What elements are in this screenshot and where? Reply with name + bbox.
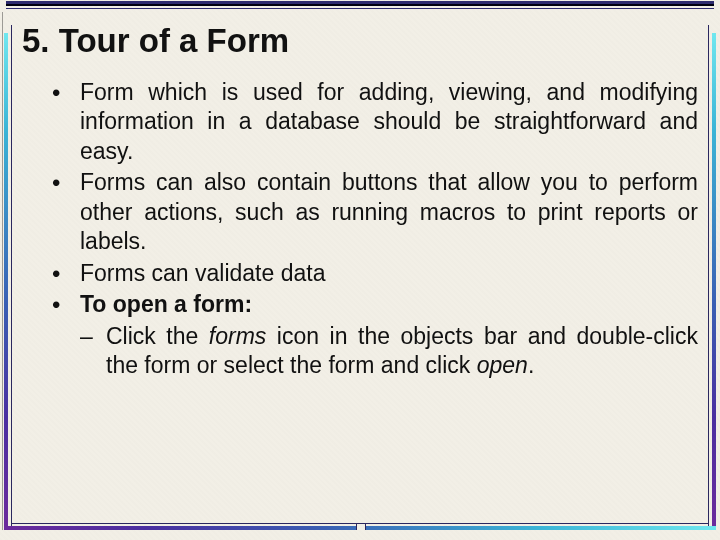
bullet-list: Form which is used for adding, viewing, … xyxy=(52,78,698,380)
italic-text: forms xyxy=(209,323,267,349)
text: Click the xyxy=(106,323,209,349)
slide-title: 5. Tour of a Form xyxy=(22,22,698,60)
sub-item: Click the forms icon in the objects bar … xyxy=(80,322,698,381)
slide-content: 5. Tour of a Form Form which is used for… xyxy=(22,22,698,514)
italic-text: open xyxy=(477,352,528,378)
bullet-item: Forms can also contain buttons that allo… xyxy=(52,168,698,256)
bullet-item: To open a form: Click the forms icon in … xyxy=(52,290,698,380)
bullet-bold-label: To open a form: xyxy=(80,291,252,317)
sub-list: Click the forms icon in the objects bar … xyxy=(80,322,698,381)
bullet-item: Form which is used for adding, viewing, … xyxy=(52,78,698,166)
slide: 5. Tour of a Form Form which is used for… xyxy=(0,0,720,540)
bullet-item: Forms can validate data xyxy=(52,259,698,288)
text: . xyxy=(528,352,534,378)
top-rule xyxy=(0,0,720,10)
